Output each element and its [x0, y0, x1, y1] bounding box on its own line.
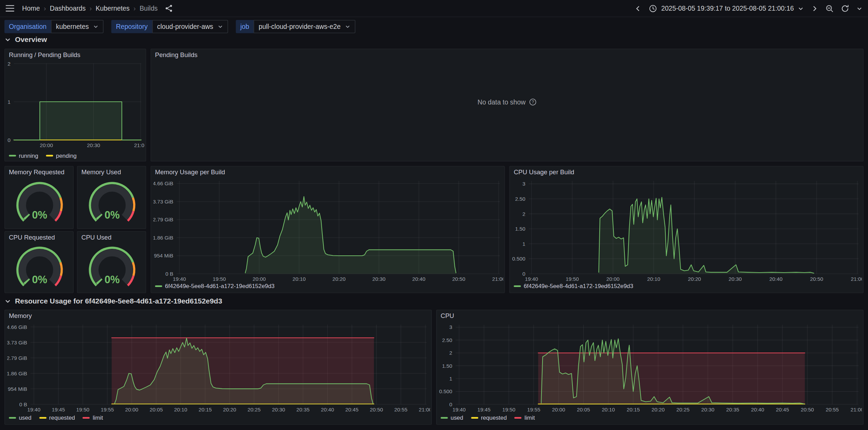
refresh-interval-dropdown-icon[interactable] [856, 5, 862, 11]
time-shift-back-icon[interactable] [635, 5, 642, 12]
legend-item-pending[interactable]: pending [46, 152, 77, 158]
svg-text:20:45: 20:45 [776, 407, 789, 412]
svg-text:0 B: 0 B [165, 271, 173, 277]
legend-memory: usedrequestedlimit [9, 414, 103, 421]
legend-swatch [39, 417, 46, 418]
refresh-icon[interactable] [841, 4, 849, 12]
gauge-memory-used: 0% [77, 178, 147, 229]
legend-item-used[interactable]: used [441, 414, 463, 421]
svg-text:0%: 0% [105, 274, 120, 285]
svg-text:3: 3 [449, 324, 452, 330]
svg-text:0.500: 0.500 [512, 256, 525, 262]
gauge-cpu-used: 0% [77, 242, 147, 293]
svg-text:20:30: 20:30 [87, 142, 100, 148]
svg-text:2: 2 [449, 350, 452, 356]
chart-running-pending-builds[interactable]: 01220:0020:3021:00 [6, 60, 144, 150]
svg-text:954 MiB: 954 MiB [154, 253, 173, 258]
section-resource-usage[interactable]: Resource Usage for 6f42649e-5ee8-4d61-a1… [4, 297, 222, 305]
panel-memory-usage-per-build: Memory Usage per Build 0 B954 MiB1.86 Gi… [151, 166, 505, 293]
svg-text:1.86 GiB: 1.86 GiB [153, 235, 173, 241]
breadcrumb-home[interactable]: Home [22, 4, 40, 12]
time-shift-forward-icon[interactable] [811, 5, 818, 12]
svg-text:0: 0 [522, 271, 525, 277]
panel-title[interactable]: Pending Builds [155, 52, 197, 58]
filter-repository-value[interactable]: cloud-provider-aws [152, 20, 228, 33]
legend-label: used [19, 414, 32, 421]
panel-title[interactable]: Memory [9, 312, 32, 319]
svg-text:19:45: 19:45 [478, 407, 491, 412]
svg-text:1: 1 [8, 99, 11, 105]
menu-icon[interactable] [6, 4, 14, 12]
panel-title[interactable]: CPU Used [82, 234, 111, 241]
time-range-picker[interactable]: 2025-08-05 19:39:17 to 2025-08-05 21:00:… [649, 4, 804, 12]
breadcrumb: Home › Dashboards › Kubernetes › Builds [22, 4, 172, 12]
legend-label: limit [525, 414, 535, 421]
breadcrumb-separator: › [89, 5, 92, 11]
svg-text:1.50: 1.50 [442, 363, 452, 369]
panel-title[interactable]: CPU Requested [9, 234, 55, 241]
panel-memory: Memory 0 B954 MiB1.86 GiB2.79 GiB3.73 Gi… [4, 310, 432, 425]
chart-memory-usage-per-build[interactable]: 0 B954 MiB1.86 GiB2.79 GiB3.73 GiB4.66 G… [153, 178, 503, 284]
section-overview[interactable]: Overview [4, 35, 47, 44]
breadcrumb-builds[interactable]: Builds [140, 4, 158, 12]
svg-text:20:00: 20:00 [552, 407, 565, 412]
filter-job-selected: pull-cloud-provider-aws-e2e [259, 23, 341, 31]
legend-item-requested[interactable]: requested [39, 414, 75, 421]
panel-cpu-used: CPU Used 0% [77, 231, 146, 293]
legend-item-6f42649e-5ee8-4d61-a172-19ed6152e9d3[interactable]: 6f42649e-5ee8-4d61-a172-19ed6152e9d3 [155, 283, 275, 289]
breadcrumb-dashboards[interactable]: Dashboards [50, 4, 86, 12]
share-icon[interactable] [165, 4, 173, 12]
legend-item-limit[interactable]: limit [515, 414, 535, 421]
filter-job-value[interactable]: pull-cloud-provider-aws-e2e [254, 20, 355, 33]
filter-repository-label: Repository [111, 20, 152, 33]
svg-text:20:50: 20:50 [452, 276, 465, 282]
legend-label: used [451, 414, 463, 421]
svg-text:19:50: 19:50 [566, 276, 579, 282]
section-overview-title: Overview [15, 35, 47, 44]
chevron-down-icon [218, 24, 223, 29]
svg-text:20:25: 20:25 [676, 407, 689, 412]
svg-text:21:00: 21:00 [850, 407, 862, 412]
legend-swatch [514, 285, 521, 287]
legend-label: requested [49, 414, 75, 421]
panel-running-pending-builds: Running / Pending Builds 01220:0020:3021… [4, 49, 146, 162]
svg-text:20:20: 20:20 [652, 407, 665, 412]
svg-text:0: 0 [8, 137, 11, 143]
legend-label: requested [481, 414, 507, 421]
svg-text:20:00: 20:00 [607, 276, 620, 282]
svg-text:20:10: 20:10 [292, 276, 306, 282]
zoom-out-icon[interactable] [825, 4, 834, 12]
legend-item-running[interactable]: running [9, 152, 38, 158]
chart-cpu[interactable]: 00.50011.5022.50319:4019:4519:5019:5520:… [439, 321, 862, 414]
svg-text:3: 3 [522, 181, 525, 187]
time-controls: 2025-08-05 19:39:17 to 2025-08-05 21:00:… [635, 4, 862, 12]
svg-text:20:40: 20:40 [412, 276, 425, 282]
legend-item-6f42649e-5ee8-4d61-a172-19ed6152e9d3[interactable]: 6f42649e-5ee8-4d61-a172-19ed6152e9d3 [514, 283, 633, 289]
svg-text:2: 2 [8, 61, 11, 67]
question-circle-icon[interactable]: ? [529, 99, 537, 106]
chart-cpu-usage-per-build[interactable]: 00.50011.5022.50319:4019:5020:0020:1020:… [512, 178, 862, 284]
breadcrumb-kubernetes[interactable]: Kubernetes [96, 4, 130, 12]
panel-title[interactable]: Memory Used [82, 169, 121, 175]
filter-organisation: Organisation kubernetes [4, 20, 104, 33]
legend-item-requested[interactable]: requested [471, 414, 507, 421]
legend-item-used[interactable]: used [9, 414, 32, 421]
legend-label: limit [93, 414, 103, 421]
chart-memory[interactable]: 0 B954 MiB1.86 GiB2.79 GiB3.73 GiB4.66 G… [7, 321, 430, 414]
svg-text:20:30: 20:30 [272, 407, 285, 412]
svg-text:19:40: 19:40 [452, 407, 465, 412]
panel-title[interactable]: Running / Pending Builds [9, 52, 81, 58]
legend-label: 6f42649e-5ee8-4d61-a172-19ed6152e9d3 [165, 283, 274, 289]
svg-text:20:35: 20:35 [726, 407, 739, 412]
legend-item-limit[interactable]: limit [83, 414, 103, 421]
filter-organisation-value[interactable]: kubernetes [51, 20, 104, 33]
panel-title[interactable]: Memory Requested [9, 169, 64, 175]
svg-text:20:30: 20:30 [372, 276, 385, 282]
svg-text:0.500: 0.500 [439, 388, 452, 394]
chevron-down-icon [93, 24, 99, 29]
svg-text:20:10: 20:10 [647, 276, 660, 282]
panel-title[interactable]: CPU Usage per Build [514, 169, 574, 175]
panel-title[interactable]: CPU [441, 312, 454, 319]
panel-title[interactable]: Memory Usage per Build [155, 169, 225, 175]
svg-text:2: 2 [522, 211, 525, 217]
